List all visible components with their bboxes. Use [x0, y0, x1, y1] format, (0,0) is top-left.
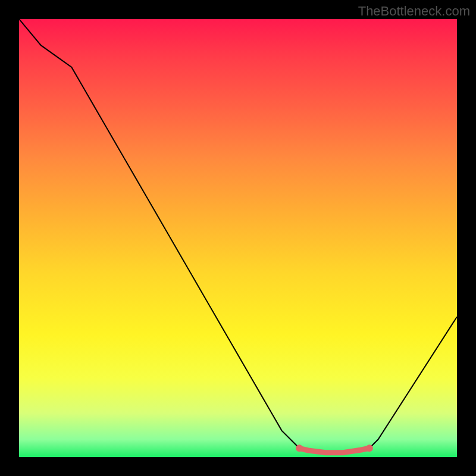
chart-container: TheBottleneck.com [0, 0, 476, 476]
highlight-end-dot [296, 444, 303, 452]
bottleneck-curve [19, 19, 457, 453]
highlight-end-dot [366, 444, 373, 452]
curve-svg [19, 19, 457, 457]
watermark-text: TheBottleneck.com [358, 4, 470, 19]
plot-area [19, 19, 457, 457]
highlight-curve [299, 448, 369, 452]
